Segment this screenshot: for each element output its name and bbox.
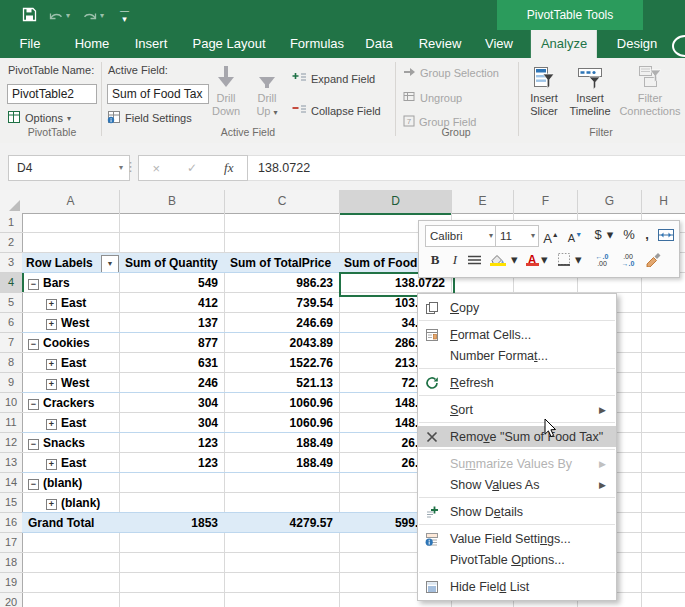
- row-header-6[interactable]: 6: [0, 313, 23, 333]
- row-header-12[interactable]: 12: [0, 433, 23, 453]
- expand-field-button[interactable]: Expand Field: [292, 72, 375, 85]
- tab-data[interactable]: Data: [355, 30, 402, 58]
- name-box[interactable]: D4 ▾: [8, 155, 130, 181]
- customize-qat-icon[interactable]: —▾: [120, 7, 129, 23]
- collapse-item-icon[interactable]: −: [28, 279, 39, 290]
- formula-input[interactable]: 138.0722: [248, 155, 685, 181]
- italic-button[interactable]: I: [449, 249, 461, 271]
- redo-caret-icon[interactable]: ▾: [100, 11, 104, 20]
- expand-item-icon[interactable]: +: [46, 359, 57, 370]
- tab-home[interactable]: Home: [65, 30, 120, 58]
- tab-page-layout[interactable]: Page Layout: [182, 30, 275, 58]
- row-header-5[interactable]: 5: [0, 293, 23, 313]
- column-header-e[interactable]: E: [452, 190, 514, 214]
- row-header-9[interactable]: 9: [0, 373, 23, 393]
- column-header-c[interactable]: C: [225, 190, 340, 214]
- row-header-4[interactable]: 4: [0, 273, 24, 293]
- collapse-item-icon[interactable]: −: [28, 479, 39, 490]
- column-header-d[interactable]: D: [340, 190, 452, 215]
- pivottable-name-input[interactable]: PivotTable2: [7, 84, 97, 104]
- menu-item-show-values-as[interactable]: Show Values As▶: [418, 474, 616, 495]
- menu-item-sort[interactable]: Sort▶: [418, 399, 616, 420]
- tab-view[interactable]: View: [475, 30, 523, 58]
- menu-item-copy[interactable]: Copy: [418, 297, 616, 318]
- format-painter-button[interactable]: [645, 251, 662, 274]
- expand-item-icon[interactable]: +: [46, 419, 57, 430]
- column-header-h[interactable]: H: [642, 190, 685, 214]
- active-field-input[interactable]: Sum of Food Tax: [107, 84, 209, 104]
- insert-timeline-button[interactable]: InsertTimeline: [567, 64, 613, 118]
- font-color-caret-icon[interactable]: ▾: [541, 249, 548, 271]
- fill-color-caret-icon[interactable]: ▾: [511, 249, 518, 271]
- save-icon[interactable]: [22, 7, 37, 26]
- borders-caret-icon[interactable]: ▾: [575, 249, 582, 271]
- tab-formulas[interactable]: Formulas: [280, 30, 354, 58]
- accounting-format-button[interactable]: $: [591, 224, 605, 246]
- borders-button[interactable]: [557, 251, 571, 273]
- collapse-item-icon[interactable]: −: [28, 339, 39, 350]
- row-header-15[interactable]: 15: [0, 493, 23, 513]
- menu-item-remove-sum-of-food-tax[interactable]: Remove "Sum of Food Tax": [418, 426, 616, 447]
- accounting-caret-icon[interactable]: ▾: [605, 224, 615, 246]
- decrease-decimal-button[interactable]: .00→.0: [617, 249, 639, 267]
- row-header-8[interactable]: 8: [0, 353, 23, 373]
- collapse-field-button[interactable]: Collapse Field: [292, 104, 381, 117]
- pivottable-options-button[interactable]: Options▾: [7, 110, 71, 126]
- row-header-3[interactable]: 3: [0, 253, 23, 273]
- redo-icon[interactable]: [82, 9, 98, 27]
- font-size-combo[interactable]: 11▾: [495, 225, 539, 247]
- insert-function-icon[interactable]: fx: [224, 160, 233, 176]
- insert-slicer-button[interactable]: InsertSlicer: [524, 64, 564, 118]
- row-header-13[interactable]: 13: [0, 453, 23, 473]
- expand-item-icon[interactable]: +: [46, 379, 57, 390]
- menu-item-refresh[interactable]: Refresh: [418, 372, 616, 393]
- tab-insert[interactable]: Insert: [125, 30, 178, 58]
- font-size-caret-icon[interactable]: ▾: [531, 226, 535, 246]
- tab-file[interactable]: File: [10, 30, 51, 58]
- font-name-combo[interactable]: Calibri▾: [425, 225, 497, 247]
- tab-analyze[interactable]: Analyze: [531, 30, 597, 58]
- menu-item-value-field-settings[interactable]: Value Field Settings...: [418, 528, 616, 549]
- row-header-14[interactable]: 14: [0, 473, 23, 493]
- row-header-2[interactable]: 2: [0, 233, 23, 253]
- comma-style-button[interactable]: ,: [641, 224, 653, 246]
- row-header-10[interactable]: 10: [0, 393, 23, 413]
- tab-design[interactable]: Design: [607, 30, 667, 58]
- expand-item-icon[interactable]: +: [46, 299, 57, 310]
- menu-item-number-format[interactable]: Number Format...: [418, 345, 616, 366]
- expand-item-icon[interactable]: +: [46, 459, 57, 470]
- select-all-corner[interactable]: [0, 190, 23, 214]
- menu-item-show-details[interactable]: Show Details: [418, 501, 616, 522]
- row-header-20[interactable]: 20: [0, 593, 23, 607]
- increase-decimal-button[interactable]: ←.0.00: [591, 249, 613, 267]
- menu-item-summarize-values-by[interactable]: Summarize Values By▶: [418, 453, 616, 474]
- row-header-18[interactable]: 18: [0, 553, 23, 573]
- font-name-caret-icon[interactable]: ▾: [489, 226, 493, 246]
- merge-cell-button[interactable]: [657, 227, 675, 249]
- field-settings-button[interactable]: Field Settings: [107, 110, 192, 126]
- drill-down-button[interactable]: DrillDown: [207, 64, 245, 118]
- menu-item-hide-field-list[interactable]: Hide Field List: [418, 576, 616, 597]
- row-header-19[interactable]: 19: [0, 573, 23, 593]
- row-header-11[interactable]: 11: [0, 413, 23, 433]
- drill-up-button[interactable]: DrillUp ▾: [248, 64, 286, 119]
- row-header-7[interactable]: 7: [0, 333, 23, 353]
- row-header-17[interactable]: 17: [0, 533, 23, 553]
- cancel-icon[interactable]: ×: [152, 161, 160, 176]
- bold-button[interactable]: B: [427, 249, 443, 271]
- expand-item-icon[interactable]: +: [46, 319, 57, 330]
- column-header-a[interactable]: A: [22, 190, 120, 214]
- align-center-icon[interactable]: [467, 251, 482, 273]
- enter-icon[interactable]: ✓: [187, 161, 197, 175]
- fill-color-button[interactable]: [489, 250, 506, 272]
- collapse-item-icon[interactable]: −: [28, 439, 39, 450]
- row-labels-filter-button[interactable]: ▼: [101, 255, 119, 273]
- column-header-b[interactable]: B: [120, 190, 225, 214]
- shrink-font-button[interactable]: A▼: [565, 224, 585, 249]
- undo-caret-icon[interactable]: ▾: [66, 11, 70, 20]
- collapse-item-icon[interactable]: −: [28, 399, 39, 410]
- menu-item-pivottable-options[interactable]: PivotTable Options...: [418, 549, 616, 570]
- row-header-16[interactable]: 16: [0, 513, 23, 533]
- filter-connections-button[interactable]: FilterConnections: [616, 64, 684, 118]
- ungroup-button[interactable]: Ungroup: [403, 91, 462, 104]
